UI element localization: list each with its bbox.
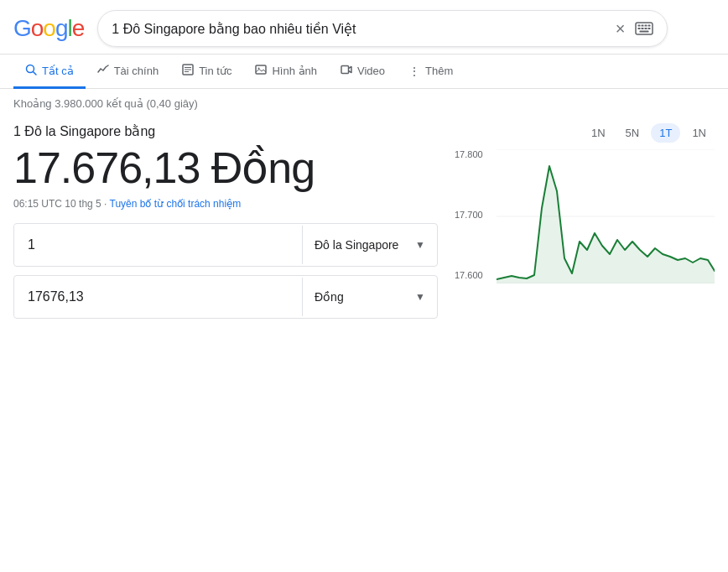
- tab-tat-ca-label: Tất cả: [42, 65, 74, 77]
- chart-area: 1N 5N 1T 1N 17.800 17.700 17.600: [455, 123, 715, 319]
- disclaimer-link[interactable]: Tuyên bố từ chối trách nhiệm: [110, 198, 242, 210]
- nav-tabs: Tất cả Tài chính Tin tức H: [0, 55, 728, 89]
- currency-to-select[interactable]: Đồng ▼: [303, 290, 437, 304]
- header: G o o g l e 1 Đô Singapore bằng bao nhiê…: [0, 0, 728, 55]
- logo-g2: g: [55, 15, 68, 42]
- currency-time-text: 06:15 UTC 10 thg 5 ·: [13, 198, 110, 210]
- video-tab-icon: [341, 64, 352, 78]
- logo-g: G: [13, 15, 31, 42]
- chart-tab-1n-year[interactable]: 1N: [684, 123, 715, 143]
- currency-from-input[interactable]: [14, 226, 303, 264]
- results-count-text: Khoảng 3.980.000 kết quả (0,40 giây): [13, 97, 198, 110]
- chart-tab-1t[interactable]: 1T: [651, 123, 680, 143]
- logo-o2: o: [43, 15, 55, 42]
- chart-y-label-mid: 17.700: [455, 210, 483, 220]
- tab-tat-ca[interactable]: Tất cả: [13, 55, 86, 89]
- tab-tai-chinh-label: Tài chính: [114, 65, 159, 77]
- svg-rect-9: [640, 31, 649, 33]
- results-count: Khoảng 3.980.000 kết quả (0,40 giây): [0, 89, 728, 115]
- currency-left: 1 Đô la Singapore bằng 17.676,13 Đồng 06…: [13, 123, 438, 319]
- currency-result-value: 17.676,13 Đồng: [13, 143, 438, 193]
- tab-tin-tuc[interactable]: Tin tức: [170, 55, 243, 89]
- search-bar[interactable]: 1 Đô Singapore bằng bao nhiêu tiền Việt …: [97, 10, 668, 47]
- currency-to-label: Đồng: [315, 290, 344, 304]
- svg-rect-5: [638, 28, 641, 29]
- tab-them-label: Thêm: [425, 65, 453, 77]
- currency-to-input[interactable]: [14, 278, 303, 316]
- svg-rect-6: [642, 28, 644, 29]
- svg-rect-18: [341, 66, 349, 74]
- currency-subtitle: 1 Đô la Singapore bằng: [13, 123, 438, 139]
- tab-video-label: Video: [357, 65, 385, 77]
- search-clear-button[interactable]: ×: [616, 19, 626, 39]
- chart-container: 17.800 17.700 17.600: [455, 149, 715, 283]
- currency-from-row: Đô la Singapore ▼: [13, 223, 438, 267]
- logo-e: e: [72, 15, 85, 42]
- search-query-text: 1 Đô Singapore bằng bao nhiêu tiền Việt: [112, 21, 608, 37]
- currency-from-label: Đô la Singapore: [315, 238, 398, 252]
- chart-svg: [497, 149, 715, 283]
- tab-video[interactable]: Video: [329, 55, 397, 89]
- svg-rect-1: [638, 25, 641, 27]
- tab-tai-chinh[interactable]: Tài chính: [86, 55, 170, 89]
- svg-rect-7: [645, 28, 647, 29]
- svg-rect-8: [648, 28, 651, 29]
- chart-tab-1n-week[interactable]: 1N: [583, 123, 614, 143]
- currency-section: 1 Đô la Singapore bằng 17.676,13 Đồng 06…: [0, 115, 728, 327]
- svg-rect-2: [642, 25, 644, 27]
- svg-rect-3: [645, 25, 647, 27]
- svg-rect-16: [256, 65, 266, 74]
- tab-tin-tuc-label: Tin tức: [199, 65, 231, 77]
- news-tab-icon: [182, 64, 194, 78]
- keyboard-icon[interactable]: [635, 22, 653, 35]
- chart-tabs: 1N 5N 1T 1N: [455, 123, 715, 143]
- logo-o1: o: [31, 15, 44, 42]
- currency-to-row: Đồng ▼: [13, 275, 438, 319]
- chart-tab-5n[interactable]: 5N: [617, 123, 648, 143]
- currency-time: 06:15 UTC 10 thg 5 · Tuyên bố từ chối tr…: [13, 198, 438, 210]
- currency-from-select[interactable]: Đô la Singapore ▼: [303, 238, 437, 252]
- chart-y-label-bot: 17.600: [455, 270, 483, 280]
- chart-y-labels: 17.800 17.700 17.600: [455, 149, 483, 283]
- images-tab-icon: [255, 64, 267, 78]
- to-dropdown-arrow: ▼: [415, 291, 425, 303]
- google-logo: G o o g l e: [13, 15, 84, 42]
- tab-hinh-anh-label: Hình ảnh: [272, 65, 317, 77]
- more-tab-icon: ⋮: [408, 65, 420, 78]
- from-dropdown-arrow: ▼: [415, 239, 425, 251]
- currency-inputs: Đô la Singapore ▼ Đồng ▼: [13, 223, 438, 319]
- chart-y-label-top: 17.800: [455, 149, 483, 159]
- finance-tab-icon: [97, 64, 109, 78]
- svg-rect-4: [648, 25, 651, 27]
- svg-line-11: [34, 72, 37, 75]
- svg-marker-22: [497, 166, 715, 283]
- search-tab-icon: [25, 64, 37, 78]
- tab-them[interactable]: ⋮ Thêm: [397, 56, 465, 89]
- tab-hinh-anh[interactable]: Hình ảnh: [243, 55, 329, 89]
